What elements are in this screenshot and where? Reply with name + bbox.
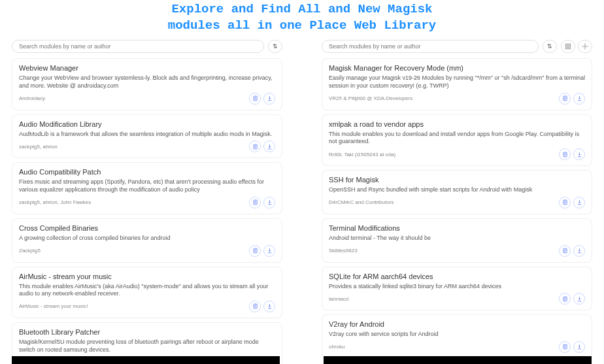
notes-icon [252,199,258,205]
module-card[interactable]: Audio Modification LibraryAudModLib is a… [12,114,282,159]
module-card[interactable]: AirMusic - stream your musicThis module … [12,267,282,318]
module-actions [249,141,275,152]
grid-icon [565,43,571,50]
download-button[interactable] [263,141,275,152]
module-author: Rr80i, Taki (i1505243 at xda) [329,152,395,157]
svg-point-32 [584,46,586,48]
module-author: ohroku [329,344,344,350]
download-button[interactable] [263,301,275,312]
module-card[interactable]: SSH for MagiskOpenSSH and Rsync bundled … [322,170,592,214]
download-icon [267,144,273,150]
download-button[interactable] [573,245,585,257]
download-icon [267,303,273,309]
module-actions [249,301,275,312]
module-description: Android terminal - The way it should be [329,235,585,242]
notes-icon [562,95,568,101]
notes-button[interactable] [559,293,571,305]
download-button[interactable] [573,148,585,160]
filter-button[interactable]: ⇅ [543,40,557,53]
notes-icon [252,144,258,150]
notes-button[interactable] [249,245,261,257]
module-card[interactable]: xmlpak a road to vendor appsThis module … [322,114,592,166]
download-icon [267,95,273,101]
notes-icon [562,344,568,350]
svg-rect-29 [569,44,571,46]
module-footer: zackptg5, ahrion [19,141,275,152]
notes-button[interactable] [559,197,571,208]
notes-button[interactable] [559,245,571,257]
download-button[interactable] [263,93,275,105]
top-icon-1[interactable] [561,40,575,53]
module-title: SQLite for ARM aarch64 devices [329,273,585,280]
notes-icon [562,248,568,254]
download-button[interactable] [573,93,585,105]
search-row-left: ⇅ [12,40,282,53]
module-card[interactable]: Magisk Manager for Recovery Mode (mm)Eas… [322,58,592,110]
left-module-list: Webview ManagerChange your WebView and b… [12,58,282,364]
module-title: AirMusic - stream your music [19,273,275,280]
notes-button[interactable] [249,141,261,152]
module-description: OpenSSH and Rsync bundled with simple st… [329,186,585,194]
search-input[interactable] [12,40,264,53]
module-actions [559,197,585,208]
svg-rect-30 [565,47,567,49]
module-footer: D4rCM4rC and Contributors [329,197,585,208]
notes-button[interactable] [559,93,571,105]
filter-button[interactable]: ⇅ [268,40,282,53]
module-card[interactable]: Cross Compiled BinariesA growing collect… [12,218,282,263]
module-footer: Zackptg5 [19,245,275,257]
notes-button[interactable] [559,341,571,353]
module-footer: zackptg5, ahrion, John Fawkes [19,197,275,208]
module-card[interactable]: SQLite for ARM aarch64 devicesProvides a… [322,267,592,311]
module-author: D4rCM4rC and Contributors [329,199,394,205]
module-actions [559,93,585,105]
module-title: Audio Compatibility Patch [19,168,275,176]
download-button[interactable] [263,245,275,257]
module-title: Cross Compiled Binaries [19,224,275,232]
module-description: A growing collection of cross compiled b… [19,235,275,242]
notes-icon [562,152,568,157]
module-card[interactable]: Terminal ModificationsAndroid terminal -… [322,218,592,263]
search-row-right: ⇅ [322,40,592,53]
right-module-list: Magisk Manager for Recovery Mode (mm)Eas… [322,58,592,364]
module-card[interactable]: Audio Compatibility PatchFixes music and… [12,162,282,214]
svg-rect-28 [565,44,567,46]
module-card[interactable]: V2ray for AndroidV2ray core with service… [322,314,592,359]
module-title: Webview Manager [19,64,275,72]
page-header: Explore and Find All and New Magisk modu… [0,0,604,40]
module-author: VR25 & Pitij000 @ XDA-Developers [329,95,412,101]
module-title: Terminal Modifications [329,224,585,232]
module-title: Bluetooth Library Patcher [19,328,275,336]
module-actions [559,293,585,305]
module-description: Magisk/KernelSU module preventing loss o… [19,339,275,354]
module-title: Audio Modification Library [19,120,275,128]
module-actions [249,197,275,208]
module-footer: Rr80i, Taki (i1505243 at xda) [329,148,585,160]
notes-button[interactable] [559,148,571,160]
module-card[interactable]: Webview ManagerChange your WebView and b… [12,58,282,110]
right-column: ⇅ Magisk Manager for Recovery Mode (mm)E… [322,40,592,364]
module-author: Zackptg5 [19,248,41,254]
module-author: AirMusic - stream your music! [19,303,88,309]
module-title: V2ray for Android [329,320,585,328]
download-icon [267,199,273,205]
download-button[interactable] [573,341,585,353]
notes-button[interactable] [249,301,261,312]
module-author: Skittles9823 [329,248,358,254]
notes-icon [252,95,258,101]
notes-button[interactable] [249,197,261,208]
module-description: Fixes music and streaming apps (Spotify,… [19,178,275,193]
columns-container: ⇅ Webview ManagerChange your WebView and… [0,40,604,364]
search-input[interactable] [322,40,539,53]
left-column: ⇅ Webview ManagerChange your WebView and… [12,40,282,364]
download-icon [267,248,273,254]
top-icon-2[interactable] [578,40,592,53]
download-button[interactable] [573,293,585,305]
download-button[interactable] [263,197,275,208]
download-button[interactable] [573,197,585,208]
download-icon [577,296,582,302]
notes-button[interactable] [249,93,261,105]
top-icons [561,40,592,53]
module-footer: AirMusic - stream your music! [19,301,275,312]
module-footer: Androidacy [19,93,275,105]
